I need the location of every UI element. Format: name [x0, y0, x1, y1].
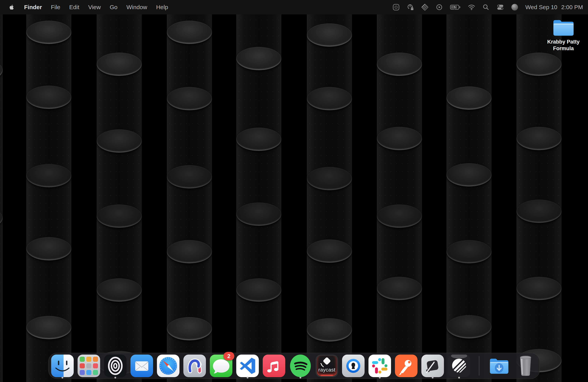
menu-bar: Finder File Edit View Go Window Help — [0, 0, 588, 14]
apple-music-icon — [263, 355, 285, 377]
dock-item-arc[interactable] — [183, 353, 206, 379]
wallpaper-cylinder-column — [516, 0, 562, 382]
cylinder-cap — [26, 164, 71, 187]
wallpaper-cylinder-column — [446, 0, 492, 382]
cylinder-cap — [236, 202, 281, 226]
cylinder-cap — [516, 200, 562, 223]
cylinder-cap — [97, 53, 142, 76]
desktop-wallpaper — [0, 0, 588, 382]
menu-go[interactable]: Go — [110, 4, 117, 11]
linear-icon — [448, 355, 470, 377]
cylinder-cap — [0, 206, 3, 230]
now-playing-icon[interactable] — [436, 3, 443, 11]
menu-window[interactable]: Window — [126, 4, 147, 11]
downloads-folder-icon — [488, 355, 510, 377]
dock-item-safari[interactable] — [157, 353, 179, 379]
spotify-icon — [289, 355, 312, 377]
menu-file[interactable]: File — [51, 4, 60, 11]
raycast-label: raycast — [315, 367, 338, 373]
wallpaper-cylinder-column — [97, 0, 142, 382]
power-lock-icon[interactable] — [407, 3, 414, 11]
menu-help[interactable]: Help — [156, 4, 168, 11]
dock-item-finder[interactable] — [51, 353, 74, 379]
striped-diamond-icon[interactable] — [421, 3, 429, 11]
cylinder-cap — [26, 316, 71, 339]
wallpaper-cylinder-column — [0, 0, 3, 382]
raycast-icon: raycast — [315, 355, 338, 377]
apple-menu[interactable] — [8, 3, 15, 11]
running-indicator — [300, 377, 301, 379]
cylinder-cap — [307, 318, 352, 341]
dock-item-downloads[interactable] — [488, 353, 510, 379]
mail-icon — [130, 355, 153, 377]
arc-browser-icon — [183, 355, 206, 377]
cylinder-cap — [167, 240, 212, 263]
cylinder-cap — [377, 277, 422, 300]
cylinder-cap — [236, 127, 281, 151]
cylinder-cap — [26, 237, 71, 260]
dock-item-raycast[interactable]: raycast — [315, 353, 338, 379]
dock-item-1password[interactable] — [342, 353, 365, 379]
dock-item-trash[interactable] — [514, 353, 537, 379]
menu-bar-clock[interactable]: Wed Sep 10 2:00 PM — [525, 4, 583, 11]
cylinder-cap — [97, 129, 142, 153]
running-indicator — [379, 377, 381, 379]
running-indicator — [62, 377, 63, 379]
dock: 2 — [48, 353, 540, 379]
cylinder-cap — [236, 278, 281, 302]
cylinder-cap — [307, 239, 352, 263]
dock-item-linear[interactable] — [448, 353, 470, 379]
cylinder-cap — [446, 315, 492, 339]
dock-item-mail[interactable] — [130, 353, 153, 379]
active-app-name[interactable]: Finder — [24, 4, 42, 11]
dock-item-slack[interactable] — [368, 353, 391, 379]
safari-icon — [157, 355, 179, 377]
battery-charging-icon[interactable] — [450, 3, 461, 11]
menu-bar-left: Finder File Edit View Go Window Help — [0, 3, 168, 11]
cylinder-cap — [516, 277, 562, 300]
cylinder-cap — [97, 204, 142, 228]
running-indicator — [432, 377, 434, 379]
dock-item-spotify[interactable] — [289, 353, 312, 379]
spotlight-search-icon[interactable] — [482, 3, 490, 11]
dark-z-glyph-icon — [421, 355, 444, 377]
dock-item-vscode[interactable] — [236, 353, 259, 379]
cylinder-cap — [516, 53, 562, 76]
control-center-icon[interactable] — [497, 3, 504, 11]
cylinder-cap — [377, 53, 422, 76]
launchpad-icon — [78, 355, 100, 377]
folder-icon — [552, 18, 575, 37]
sphere-menu-icon[interactable] — [511, 3, 518, 11]
folder-label: Krabby Patty Formula — [544, 39, 583, 52]
wallpaper-cylinder-column — [236, 0, 281, 382]
cylinder-cap — [307, 167, 352, 190]
menu-view[interactable]: View — [88, 4, 101, 11]
dock-item-launchpad[interactable] — [78, 353, 100, 379]
cylinder-cap — [26, 85, 71, 109]
cylinder-cap — [97, 278, 142, 302]
dock-item-postman[interactable] — [395, 353, 418, 379]
cylinder-cap — [377, 127, 422, 150]
trash-icon — [514, 355, 537, 377]
cylinder-cap — [446, 240, 492, 263]
running-indicator — [115, 377, 116, 379]
dock-item-music[interactable] — [263, 353, 285, 379]
menu-bar-status: Wed Sep 10 2:00 PM — [392, 3, 588, 11]
cylinder-cap — [0, 58, 3, 82]
cylinder-cap — [167, 165, 212, 189]
clock-date: Wed Sep 10 — [525, 4, 557, 11]
wallpaper-cylinder-column — [377, 0, 422, 382]
dock-item-rewind[interactable] — [104, 353, 126, 379]
dock-item-zed[interactable] — [421, 353, 444, 379]
cylinder-cap — [307, 23, 352, 47]
wifi-icon[interactable] — [468, 3, 475, 11]
menu-edit[interactable]: Edit — [69, 4, 79, 11]
dock-item-messages[interactable]: 2 — [210, 353, 232, 379]
cylinder-cap — [167, 317, 212, 340]
cylinder-cap — [377, 204, 422, 228]
concentric-rings-icon — [104, 355, 126, 377]
cylinder-cap — [167, 87, 212, 110]
desktop-folder-krabby-patty-formula[interactable]: Krabby Patty Formula — [543, 18, 584, 52]
sunburst-square-icon[interactable] — [392, 3, 400, 11]
running-indicator — [247, 377, 249, 379]
